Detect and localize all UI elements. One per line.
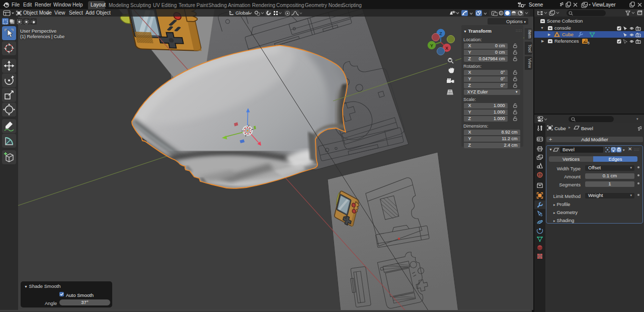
svg-text:5: 5 [588,41,590,45]
svg-text:Y: Y [430,43,433,48]
svg-text:Z: Z [439,31,442,36]
svg-text:X: X [445,46,448,51]
